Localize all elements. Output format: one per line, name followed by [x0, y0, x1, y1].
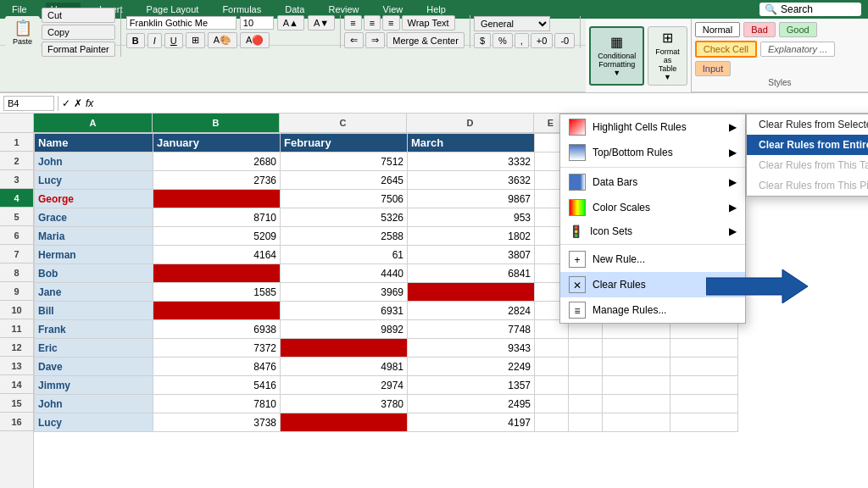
cell-b4[interactable] [153, 190, 281, 208]
cell-d15[interactable]: 2495 [408, 395, 535, 413]
cell-b1[interactable]: January [153, 134, 281, 152]
formula-fx-icon[interactable]: fx [86, 97, 93, 109]
format-painter-button[interactable]: Format Painter [42, 42, 115, 57]
cell-d3[interactable]: 3632 [408, 171, 535, 190]
cell-d7[interactable]: 3807 [408, 246, 535, 264]
cell-e16[interactable] [535, 413, 569, 432]
indent-inc-button[interactable]: ⇒ [365, 32, 385, 48]
cell-d1[interactable]: March [408, 134, 535, 152]
cell-c8[interactable]: 4440 [281, 264, 408, 283]
cell-h12[interactable] [670, 339, 738, 358]
number-format-select[interactable]: General [474, 16, 550, 31]
cell-b6[interactable]: 5209 [153, 227, 281, 246]
row-header-16[interactable]: 16 [0, 413, 33, 431]
row-header-3[interactable]: 3 [0, 170, 33, 189]
cell-b15[interactable]: 7810 [153, 395, 281, 413]
percent-button[interactable]: % [492, 33, 513, 48]
ribbon-data[interactable]: Data [280, 3, 309, 16]
cell-c12[interactable] [281, 339, 408, 358]
cell-g12[interactable] [603, 339, 670, 358]
cell-a7[interactable]: Herman [35, 246, 153, 264]
cell-c2[interactable]: 7512 [281, 152, 408, 171]
cell-a3[interactable]: Lucy [35, 171, 153, 190]
decrease-font-button[interactable]: A▼ [308, 15, 335, 30]
cell-h13[interactable] [670, 358, 738, 376]
dec-dec-button[interactable]: -0 [554, 33, 575, 48]
cell-a13[interactable]: Dave [35, 358, 153, 376]
cell-c7[interactable]: 61 [281, 246, 408, 264]
cell-a6[interactable]: Maria [35, 227, 153, 246]
cell-f14[interactable] [569, 376, 603, 395]
col-header-c[interactable]: C [280, 114, 407, 132]
top-bottom-rules-item[interactable]: Top/Bottom Rules ▶ [560, 140, 745, 165]
cell-h16[interactable] [670, 413, 738, 432]
currency-button[interactable]: $ [474, 33, 491, 48]
cell-b12[interactable]: 7372 [153, 339, 281, 358]
row-header-10[interactable]: 10 [0, 301, 33, 319]
row-header-4[interactable]: 4 [0, 189, 33, 208]
font-family-input[interactable] [126, 16, 236, 30]
ribbon-page-layout[interactable]: Page Layout [142, 3, 204, 16]
cell-a4[interactable]: George [35, 190, 153, 208]
cell-h14[interactable] [670, 376, 738, 395]
cell-f12[interactable] [569, 339, 603, 358]
cell-b8[interactable] [153, 264, 281, 283]
style-explanatory[interactable]: Explanatory ... [760, 42, 835, 57]
cell-b2[interactable]: 2680 [153, 152, 281, 171]
cell-c11[interactable]: 9892 [281, 320, 408, 339]
cell-c10[interactable]: 6931 [281, 302, 408, 320]
cell-f15[interactable] [569, 395, 603, 413]
cell-g14[interactable] [603, 376, 670, 395]
cell-d6[interactable]: 1802 [408, 227, 535, 246]
ribbon-help[interactable]: Help [421, 3, 451, 16]
ribbon-review[interactable]: Review [323, 3, 364, 16]
ribbon-view[interactable]: View [378, 3, 409, 16]
border-button[interactable]: ⊞ [186, 32, 205, 48]
cell-b14[interactable]: 5416 [153, 376, 281, 395]
align-center-button[interactable]: ≡ [364, 15, 381, 30]
cell-b9[interactable]: 1585 [153, 283, 281, 302]
cell-a2[interactable]: John [35, 152, 153, 171]
row-header-8[interactable]: 8 [0, 263, 33, 282]
indent-dec-button[interactable]: ⇐ [344, 32, 364, 48]
row-header-2[interactable]: 2 [0, 152, 33, 170]
cell-b3[interactable]: 2736 [153, 171, 281, 190]
ribbon-formulas[interactable]: Formulas [217, 3, 266, 16]
cell-c3[interactable]: 2645 [281, 171, 408, 190]
comma-button[interactable]: , [515, 33, 529, 48]
cell-a15[interactable]: John [35, 395, 153, 413]
cell-e14[interactable] [535, 376, 569, 395]
font-color-button[interactable]: A🔴 [240, 32, 270, 48]
row-header-13[interactable]: 13 [0, 357, 33, 375]
copy-button[interactable]: Copy [42, 25, 115, 40]
cell-c15[interactable]: 3780 [281, 395, 408, 413]
cell-d11[interactable]: 7748 [408, 320, 535, 339]
cell-a16[interactable]: Lucy [35, 413, 153, 432]
cell-c13[interactable]: 4981 [281, 358, 408, 376]
wrap-text-button[interactable]: Wrap Text [402, 15, 455, 30]
row-header-15[interactable]: 15 [0, 394, 33, 413]
paste-button[interactable]: 📋 Paste [5, 16, 40, 48]
cell-c1[interactable]: February [281, 134, 408, 152]
cell-b16[interactable]: 3738 [153, 413, 281, 432]
row-header-7[interactable]: 7 [0, 245, 33, 263]
dec-inc-button[interactable]: +0 [531, 33, 554, 48]
style-input[interactable]: Input [695, 61, 731, 76]
cell-c6[interactable]: 2588 [281, 227, 408, 246]
cell-h15[interactable] [670, 395, 738, 413]
cell-c16[interactable] [281, 413, 408, 432]
cell-b11[interactable]: 6938 [153, 320, 281, 339]
merge-center-button[interactable]: Merge & Center [387, 32, 465, 48]
new-rule-item[interactable]: + New Rule... [560, 247, 745, 272]
col-header-d[interactable]: D [407, 114, 534, 132]
font-size-input[interactable] [240, 16, 274, 30]
style-check-cell[interactable]: Check Cell [695, 41, 757, 58]
format-as-table-button[interactable]: ⊞ Format asTable ▼ [648, 26, 687, 86]
style-good[interactable]: Good [779, 22, 817, 37]
icon-sets-item[interactable]: 🚦 Icon Sets ▶ [560, 220, 745, 242]
cell-a9[interactable]: Jane [35, 283, 153, 302]
row-header-12[interactable]: 12 [0, 338, 33, 357]
bold-button[interactable]: B [126, 33, 145, 48]
cell-c9[interactable]: 3969 [281, 283, 408, 302]
row-header-6[interactable]: 6 [0, 226, 33, 245]
